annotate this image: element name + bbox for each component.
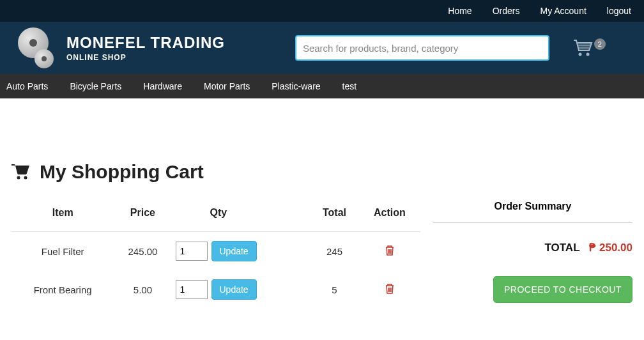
search-input[interactable] — [295, 35, 549, 61]
cell-price: 245.00 — [114, 232, 171, 271]
col-item: Item — [12, 201, 114, 232]
cell-item: Front Bearing — [12, 270, 114, 309]
svg-point-0 — [578, 53, 581, 56]
nav-logout[interactable]: logout — [607, 6, 631, 16]
logo[interactable]: MONEFEL TRADING ONLINE SHOP — [12, 27, 225, 68]
cat-test[interactable]: test — [342, 81, 357, 91]
cell-item: Fuel Filter — [12, 232, 114, 271]
cat-bicycle-parts[interactable]: Bicycle Parts — [70, 81, 121, 91]
nav-orders[interactable]: Orders — [493, 6, 520, 16]
checkout-button[interactable]: PROCEED TO CHECKOUT — [493, 276, 632, 303]
cart-icon — [572, 39, 593, 57]
brand-title: MONEFEL TRADING — [66, 34, 225, 52]
svg-point-5 — [17, 176, 20, 180]
category-nav: Auto Parts Bicycle Parts Hardware Motor … — [0, 74, 644, 98]
cart-button[interactable]: 2 — [572, 39, 606, 57]
delete-button[interactable] — [385, 286, 395, 297]
cart-title-icon — [12, 164, 31, 180]
nav-my-account[interactable]: My Account — [540, 6, 586, 16]
col-qty: Qty — [172, 201, 310, 232]
gears-icon — [12, 27, 57, 68]
col-total: Total — [310, 201, 358, 232]
brand-subtitle: ONLINE SHOP — [66, 53, 225, 62]
logo-text: MONEFEL TRADING ONLINE SHOP — [66, 34, 225, 62]
page-title-wrap: My Shopping Cart — [12, 161, 632, 183]
delete-button[interactable] — [385, 247, 395, 258]
cat-motor-parts[interactable]: Motor Parts — [204, 81, 250, 91]
main-content: My Shopping Cart Item Price Qty Total Ac… — [0, 98, 644, 328]
table-row: Fuel Filter 245.00 Update 245 — [12, 232, 420, 271]
total-amount: ₱ 250.00 — [589, 242, 632, 254]
cell-total: 5 — [310, 270, 358, 309]
cell-total: 245 — [310, 232, 358, 271]
summary-total: TOTAL ₱ 250.00 — [433, 241, 632, 254]
page-title: My Shopping Cart — [40, 161, 204, 183]
update-button[interactable]: Update — [211, 241, 257, 261]
trash-icon — [385, 245, 395, 256]
search-wrap — [295, 35, 549, 61]
cart-table: Item Price Qty Total Action Fuel Filter … — [12, 201, 420, 309]
nav-home[interactable]: Home — [448, 6, 471, 16]
trash-icon — [385, 283, 395, 295]
cat-plastic-ware[interactable]: Plastic-ware — [272, 81, 320, 91]
svg-point-1 — [586, 53, 589, 56]
update-button[interactable]: Update — [211, 279, 257, 300]
cell-price: 5.00 — [114, 270, 171, 309]
total-label: TOTAL — [544, 242, 579, 254]
cat-auto-parts[interactable]: Auto Parts — [6, 81, 48, 91]
cat-hardware[interactable]: Hardware — [143, 81, 182, 91]
qty-input[interactable] — [176, 280, 208, 299]
top-nav: Home Orders My Account logout — [0, 0, 644, 22]
summary-title: Order Summary — [433, 201, 632, 223]
col-price: Price — [114, 201, 171, 232]
svg-point-6 — [24, 176, 27, 180]
table-row: Front Bearing 5.00 Update 5 — [12, 270, 420, 309]
cart-badge: 2 — [594, 38, 606, 50]
col-action: Action — [359, 201, 420, 232]
header: MONEFEL TRADING ONLINE SHOP 2 — [0, 22, 644, 74]
qty-input[interactable] — [176, 242, 208, 261]
